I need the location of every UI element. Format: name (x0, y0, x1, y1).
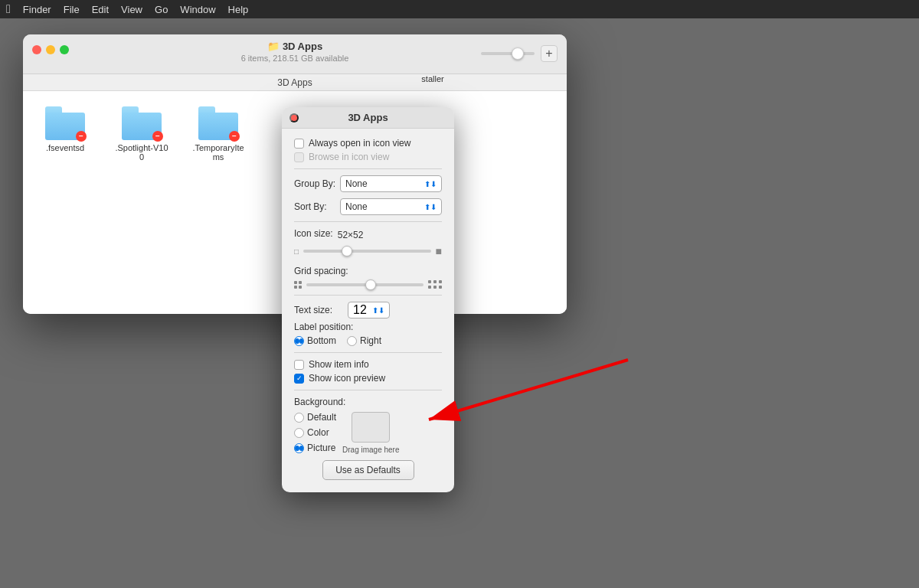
close-button[interactable] (32, 45, 41, 54)
label-bottom-label: Bottom (307, 335, 336, 346)
folder-icon: 📁 (267, 41, 280, 52)
finder-subtitle: 6 items, 218.51 GB available (241, 54, 349, 63)
show-item-info-label: Show item info (309, 359, 369, 370)
folder-item[interactable]: .Spotlight-V100 (115, 106, 168, 162)
group-by-label: Group By: (294, 178, 340, 189)
drag-image-label: Drag image here (342, 446, 399, 454)
folder-icon-fseventsd (45, 106, 85, 140)
panel-titlebar: 3D Apps (282, 107, 454, 129)
grid-spacing-row: Grid spacing: (294, 263, 442, 289)
menu-help[interactable]: Help (228, 4, 249, 15)
background-options: Default Color Picture Drag image here (294, 412, 442, 454)
bg-default-radio[interactable] (294, 413, 304, 423)
label-position-options: Bottom Right (294, 335, 442, 346)
always-open-label: Always open in icon view (309, 138, 410, 149)
window-controls (32, 45, 69, 54)
text-size-label: Text size: (294, 305, 348, 315)
sort-by-select[interactable]: None ⬆⬇ (340, 198, 442, 215)
show-icon-preview-checkbox[interactable] (294, 374, 304, 384)
menu-edit[interactable]: Edit (92, 4, 109, 15)
bg-color-option[interactable]: Color (294, 427, 336, 438)
text-size-arrow: ⬆⬇ (372, 306, 384, 315)
view-options-panel: 3D Apps Always open in icon view Browse … (282, 107, 454, 492)
bg-picture-option[interactable]: Picture (294, 443, 336, 453)
panel-title: 3D Apps (348, 112, 388, 123)
apple-menu[interactable]:  (6, 2, 11, 16)
icon-size-label: Icon size: (294, 228, 333, 239)
group-by-arrow: ⬆⬇ (424, 180, 437, 188)
menubar:  Finder File Edit View Go Window Help (0, 0, 919, 18)
menu-finder[interactable]: Finder (23, 4, 51, 15)
menu-window[interactable]: Window (180, 4, 215, 15)
background-radios: Default Color Picture (294, 412, 336, 453)
drag-image-box[interactable] (352, 412, 390, 443)
icon-size-value: 52×52 (338, 230, 364, 240)
divider2 (294, 221, 442, 222)
bg-color-radio[interactable] (294, 428, 304, 438)
label-bottom-radio[interactable] (294, 336, 304, 346)
icon-large-icon: ■ (436, 245, 442, 257)
show-icon-preview-row: Show icon preview (294, 373, 442, 384)
minimize-button[interactable] (46, 45, 55, 54)
icon-size-slider[interactable] (303, 250, 430, 253)
folder-item[interactable]: .TemporaryItems (191, 106, 245, 162)
always-open-checkbox[interactable] (294, 139, 304, 149)
folder-item[interactable]: .fseventsd (38, 106, 92, 162)
background-title: Background: (294, 397, 442, 407)
label-position-title: Label position: (294, 322, 442, 332)
sort-by-arrow: ⬆⬇ (424, 203, 437, 211)
icon-small-icon: □ (294, 247, 299, 256)
show-item-info-row: Show item info (294, 359, 442, 370)
folder-icon-temp (198, 106, 238, 140)
folder-label: .fseventsd (46, 143, 84, 152)
text-size-select[interactable]: 12 ⬆⬇ (348, 302, 390, 318)
grid-small-icon (294, 281, 302, 289)
group-by-row: Group By: None ⬆⬇ (294, 175, 442, 192)
menu-file[interactable]: File (64, 4, 80, 15)
grid-spacing-slider-container (294, 280, 442, 289)
folder-icon-spotlight (122, 106, 162, 140)
label-bottom-option[interactable]: Bottom (294, 335, 336, 346)
text-size-row: Text size: 12 ⬆⬇ (294, 302, 442, 318)
label-right-option[interactable]: Right (347, 335, 381, 346)
bg-default-option[interactable]: Default (294, 412, 336, 423)
finder-window-title: 📁 3D Apps (267, 41, 322, 52)
group-by-value: None (345, 178, 368, 189)
divider4 (294, 352, 442, 353)
grid-spacing-slider[interactable] (306, 283, 424, 286)
folder-label: .Spotlight-V100 (115, 143, 168, 162)
bg-color-label: Color (307, 427, 329, 438)
sort-by-row: Sort By: None ⬆⬇ (294, 198, 442, 215)
grid-large-icon (428, 280, 442, 289)
folder-label: .TemporaryItems (191, 143, 245, 162)
menu-view[interactable]: View (121, 4, 142, 15)
menu-go[interactable]: Go (155, 4, 168, 15)
sort-by-value: None (345, 201, 368, 212)
divider5 (294, 390, 442, 390)
group-by-select[interactable]: None ⬆⬇ (340, 175, 442, 192)
panel-body: Always open in icon view Browse in icon … (282, 129, 454, 492)
view-slider[interactable] (481, 52, 535, 55)
label-right-radio[interactable] (347, 336, 357, 346)
svg-line-2 (429, 360, 628, 420)
panel-close-button[interactable] (289, 113, 299, 122)
grid-spacing-label: Grid spacing: (294, 266, 348, 276)
bg-default-label: Default (307, 412, 336, 423)
background-section: Background: Default Color Picture (294, 397, 442, 454)
breadcrumb: 3D Apps (23, 74, 567, 91)
browse-icon-checkbox[interactable] (294, 152, 304, 162)
maximize-button[interactable] (60, 45, 69, 54)
slider-thumb (512, 47, 524, 60)
show-item-info-checkbox[interactable] (294, 360, 304, 370)
icon-size-thumb (342, 246, 352, 256)
text-size-value: 12 (353, 303, 367, 317)
show-icon-preview-label: Show icon preview (309, 373, 385, 384)
label-right-label: Right (360, 335, 381, 346)
divider3 (294, 295, 442, 296)
bg-picture-radio[interactable] (294, 443, 304, 453)
drag-image-area: Drag image here (342, 412, 399, 454)
icon-size-row: Icon size: 52×52 □ ■ (294, 228, 442, 257)
use-defaults-button[interactable]: Use as Defaults (322, 460, 414, 480)
finder-titlebar: 📁 3D Apps 6 items, 218.51 GB available + (23, 34, 567, 74)
add-button[interactable]: + (541, 45, 558, 62)
